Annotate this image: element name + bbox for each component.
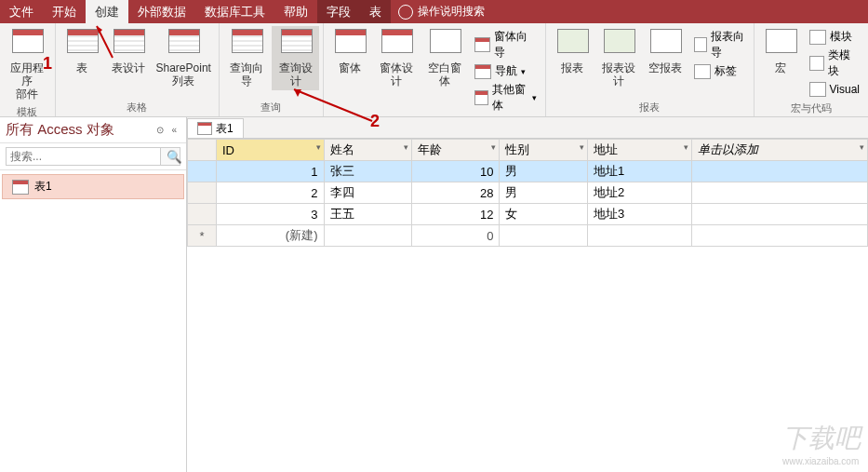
labels-button[interactable]: 标签: [691, 62, 748, 80]
select-all-cell[interactable]: [188, 140, 217, 161]
app-parts-button[interactable]: 应用程序 部件: [4, 26, 51, 103]
report-button[interactable]: 报表: [550, 26, 594, 77]
table-row[interactable]: 3王五12女地址3: [188, 204, 868, 225]
col-gender[interactable]: 性别▾: [500, 140, 587, 161]
tab-home[interactable]: 开始: [43, 0, 86, 23]
group-code: 宏与代码: [758, 100, 864, 117]
tell-me-search[interactable]: 操作说明搜索: [398, 4, 485, 20]
tab-help[interactable]: 帮助: [274, 0, 317, 23]
other-forms-button[interactable]: 其他窗体▾: [472, 81, 540, 115]
title-bar: 文件 开始 创建 外部数据 数据库工具 帮助 字段 表 操作说明搜索: [0, 0, 868, 23]
tab-external[interactable]: 外部数据: [128, 0, 195, 23]
table-icon: [12, 180, 29, 195]
col-age[interactable]: 年龄▾: [411, 140, 499, 161]
tab-dbtools[interactable]: 数据库工具: [195, 0, 274, 23]
table-icon: [197, 122, 212, 135]
nav-item-table1[interactable]: 表1: [2, 174, 184, 199]
datasheet-grid[interactable]: ID▾ 姓名▾ 年龄▾ 性别▾ 地址▾ 单击以添加▾ 1张三10男地址1 2李四…: [187, 139, 868, 472]
table-button[interactable]: 表: [60, 26, 104, 77]
sharepoint-button[interactable]: SharePoint 列表: [153, 26, 215, 90]
nav-button[interactable]: 导航▾: [472, 62, 540, 80]
module-button[interactable]: 模块: [807, 28, 862, 46]
table-design-button[interactable]: 表设计: [106, 26, 151, 77]
class-module-button[interactable]: 类模块: [807, 47, 862, 80]
visual-button[interactable]: Visual: [807, 81, 862, 98]
col-id[interactable]: ID▾: [217, 140, 325, 161]
doc-tab-table1[interactable]: 表1: [187, 118, 244, 138]
dropdown-icon[interactable]: ▾: [316, 142, 321, 152]
report-wizard-button[interactable]: 报表向导: [691, 28, 748, 61]
col-address[interactable]: 地址▾: [587, 140, 691, 161]
tab-create[interactable]: 创建: [86, 0, 128, 23]
col-add[interactable]: 单击以添加▾: [691, 140, 867, 161]
ribbon: 应用程序 部件 模板 表 表设计 SharePoint 列表 表格 查询向导 查…: [0, 23, 868, 117]
new-row[interactable]: *(新建)0: [188, 225, 868, 247]
nav-title[interactable]: 所有 Access 对象: [6, 121, 153, 139]
table-row[interactable]: 2李四28男地址2: [188, 182, 868, 204]
nav-search-input[interactable]: [6, 147, 161, 166]
nav-item-label: 表1: [34, 179, 52, 195]
form-design-button[interactable]: 窗体设计: [374, 26, 420, 90]
blank-report-button[interactable]: 空报表: [643, 26, 688, 77]
bulb-icon: [398, 5, 413, 20]
macro-button[interactable]: 宏: [758, 26, 803, 77]
document-tabs: 表1: [187, 117, 868, 139]
tab-field[interactable]: 字段: [317, 0, 360, 23]
nav-search-button[interactable]: 🔍: [160, 147, 180, 166]
query-design-button[interactable]: 查询设计: [272, 26, 318, 90]
nav-dropdown-icon[interactable]: ⊙: [156, 125, 164, 135]
navigation-pane: 所有 Access 对象 ⊙ « 🔍 表1: [0, 117, 187, 472]
tab-file[interactable]: 文件: [0, 0, 43, 23]
group-tables: 表格: [60, 99, 215, 116]
tab-table[interactable]: 表: [360, 0, 391, 23]
group-query: 查询: [223, 99, 319, 116]
nav-collapse-icon[interactable]: «: [171, 125, 177, 135]
tell-me-label: 操作说明搜索: [418, 4, 485, 20]
doc-tab-label: 表1: [216, 121, 234, 137]
report-design-button[interactable]: 报表设计: [596, 26, 641, 90]
table-row[interactable]: 1张三10男地址1: [188, 161, 868, 182]
query-wizard-button[interactable]: 查询向导: [223, 26, 270, 90]
form-wizard-button[interactable]: 窗体向导: [472, 28, 540, 61]
form-button[interactable]: 窗体: [327, 26, 372, 77]
group-reports: 报表: [550, 99, 750, 116]
blank-form-button[interactable]: 空白窗体: [421, 26, 467, 90]
col-name[interactable]: 姓名▾: [324, 140, 411, 161]
